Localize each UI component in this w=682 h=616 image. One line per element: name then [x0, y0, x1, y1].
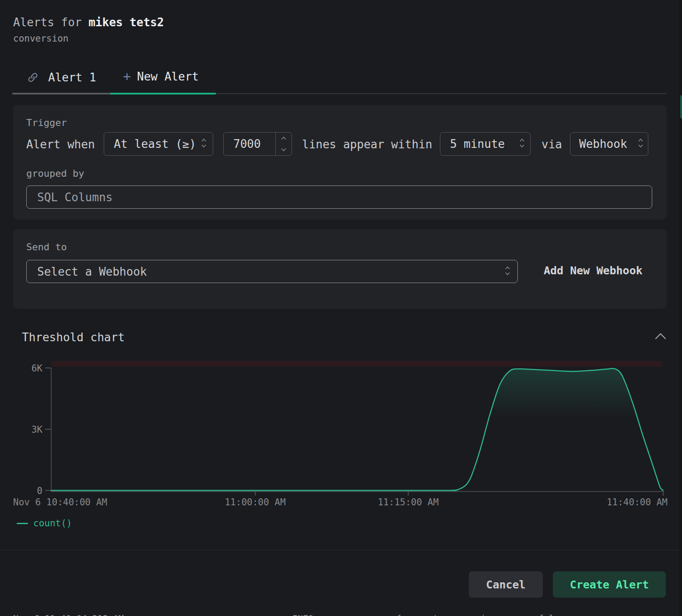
chevron-up-icon	[281, 136, 286, 140]
trigger-section-label: Trigger	[26, 117, 67, 128]
svg-text:11:00:00 AM: 11:00:00 AM	[225, 497, 285, 508]
chevron-down-icon	[281, 148, 286, 151]
stepper-down-button[interactable]	[276, 144, 292, 155]
svg-text:3K: 3K	[32, 424, 43, 435]
svg-text:11:15:00 AM: 11:15:00 AM	[378, 497, 439, 508]
right-edge-green-sliver	[680, 95, 682, 118]
legend-line-swatch	[17, 523, 28, 524]
webhook-select[interactable]: Select a Webhook	[26, 260, 518, 283]
threshold-chart-svg: 6K3K0Nov 6 10:40:00 AM11:00:00 AM11:15:0…	[0, 357, 682, 511]
chevron-updown-icon	[505, 265, 510, 278]
chevron-updown-icon	[638, 137, 643, 150]
log-level: INFO	[292, 613, 313, 616]
svg-text:0: 0	[37, 486, 42, 496]
link-icon	[27, 72, 39, 83]
alert-when-text: Alert when	[26, 138, 95, 151]
tab-alert-1[interactable]: Alert 1	[27, 71, 96, 84]
log-timestamp: Nov 6 11:40:04.313 AM	[13, 613, 124, 616]
channel-select[interactable]: Webhook	[570, 132, 648, 156]
add-new-webhook-button[interactable]: Add New Webhook	[544, 264, 643, 277]
sql-columns-input[interactable]	[27, 191, 652, 204]
log-service: currency	[155, 613, 197, 616]
tab-alert-1-label: Alert 1	[48, 71, 96, 84]
cancel-button[interactable]: Cancel	[469, 571, 543, 598]
page-subtitle: conversion	[13, 33, 68, 44]
plus-icon: +	[123, 70, 131, 83]
lines-within-text: lines appear within	[302, 138, 432, 151]
comparator-value: At least (≥)	[114, 137, 196, 150]
channel-value: Webhook	[579, 137, 627, 150]
create-alert-button[interactable]: Create Alert	[553, 571, 666, 598]
legend-label: count()	[33, 518, 72, 528]
dataset-name: mikes tets2	[88, 16, 164, 29]
via-text: via	[541, 138, 562, 151]
send-to-panel: Send to Select a Webhook Add New Webhook	[13, 229, 667, 309]
tab-new-alert[interactable]: + New Alert	[123, 70, 199, 83]
stepper-up-button[interactable]	[276, 133, 292, 144]
svg-text:Nov 6 10:40:00 AM: Nov 6 10:40:00 AM	[13, 497, 107, 508]
right-edge-strip	[679, 0, 682, 616]
tab-new-alert-label: New Alert	[137, 70, 199, 83]
footer-divider	[0, 550, 682, 550]
collapse-chart-button[interactable]	[654, 332, 667, 343]
comparator-select[interactable]: At least (≥)	[104, 132, 213, 156]
svg-text:6K: 6K	[32, 363, 43, 374]
chevron-updown-icon	[201, 137, 207, 150]
send-to-label: Send to	[26, 242, 67, 252]
log-message: {convert conversion successful	[396, 613, 554, 616]
webhook-select-value: Select a Webhook	[37, 265, 147, 278]
window-value: 5 minute	[450, 137, 505, 150]
trigger-panel: Trigger Alert when At least (≥) lines ap…	[13, 105, 667, 220]
tab-new-alert-active-indicator	[110, 93, 216, 94]
threshold-input[interactable]	[224, 137, 275, 150]
grouped-by-label: grouped by	[26, 168, 84, 179]
background-log-row: Nov 6 11:40:04.313 AM currency INFO {con…	[0, 612, 682, 616]
sql-columns-field	[26, 186, 652, 209]
threshold-stepper	[275, 133, 292, 155]
page-title: Alerts for mikes tets2	[13, 16, 164, 29]
threshold-number-field	[223, 132, 292, 156]
svg-text:11:40:00 AM: 11:40:00 AM	[607, 497, 668, 508]
chart-legend: count()	[17, 518, 72, 528]
tab-alert-1-indicator	[12, 93, 110, 94]
threshold-chart-title: Threshold chart	[22, 331, 125, 344]
chevron-up-icon	[654, 332, 667, 341]
window-select[interactable]: 5 minute	[440, 132, 531, 156]
page-title-prefix: Alerts for	[13, 16, 88, 29]
chevron-updown-icon	[519, 137, 525, 150]
